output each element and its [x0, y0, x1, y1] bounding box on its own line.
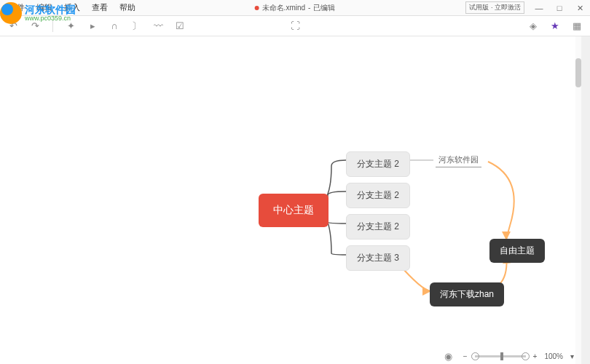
relationship-button[interactable]: ∩ — [107, 19, 122, 33]
zoom-out-button[interactable]: − — [463, 352, 468, 360]
branch-node-4[interactable]: 分支主题 3 — [346, 245, 410, 271]
relationship-label[interactable]: 河东软件园 — [436, 153, 481, 167]
fullscreen-button[interactable]: ⛶ — [288, 19, 302, 33]
zoom-level[interactable]: 100% — [544, 352, 563, 360]
zoom-dropdown-icon[interactable]: ▾ — [570, 352, 574, 360]
outline-view-icon[interactable]: ◉ — [441, 349, 456, 363]
window-maximize-button[interactable]: □ — [549, 0, 570, 16]
callout-node[interactable]: 河东下载zhan — [430, 282, 504, 306]
favorite-button[interactable]: ★ — [548, 19, 562, 33]
marker-button[interactable]: ☑ — [173, 19, 187, 33]
document-status: 已编辑 — [313, 3, 335, 13]
watermark-url: www.pc0359.cn — [25, 15, 76, 22]
summary-button[interactable]: 〰 — [151, 19, 165, 33]
watermark-overlay: 河东软件园 www.pc0359.cn — [0, 0, 102, 25]
free-topic-node[interactable]: 自由主题 — [489, 239, 545, 263]
vertical-scrollbar[interactable] — [575, 36, 581, 364]
zoom-slider[interactable] — [475, 355, 526, 357]
format-panel-button[interactable]: ▦ — [570, 19, 584, 33]
trial-badge[interactable]: 试用版 · 立即激活 — [465, 1, 524, 14]
boundary-button[interactable]: 〕 — [129, 19, 143, 33]
central-topic-node[interactable]: 中心主题 — [259, 194, 329, 227]
branch-node-3[interactable]: 分支主题 2 — [346, 214, 410, 240]
zoom-in-button[interactable]: + — [533, 352, 538, 360]
branch-node-2[interactable]: 分支主题 2 — [346, 183, 410, 208]
window-close-button[interactable]: ✕ — [570, 0, 590, 16]
title-bar: 未命名.xmind - 已编辑 — [255, 3, 336, 13]
watermark-title: 河东软件园 — [25, 4, 76, 15]
watermark-logo-icon — [0, 2, 22, 24]
zen-mode-button[interactable]: ◈ — [526, 19, 540, 33]
menu-help[interactable]: 帮助 — [114, 1, 141, 15]
window-minimize-button[interactable]: — — [529, 0, 549, 16]
canvas[interactable]: 中心主题 分支主题 2 分支主题 2 分支主题 2 分支主题 3 河东软件园 自… — [0, 36, 590, 364]
branch-node-1[interactable]: 分支主题 2 — [346, 151, 410, 177]
status-bar: ◉ − + 100% ▾ — [434, 348, 581, 364]
document-filename: 未命名.xmind — [262, 3, 305, 13]
unsaved-indicator-icon — [255, 6, 259, 10]
